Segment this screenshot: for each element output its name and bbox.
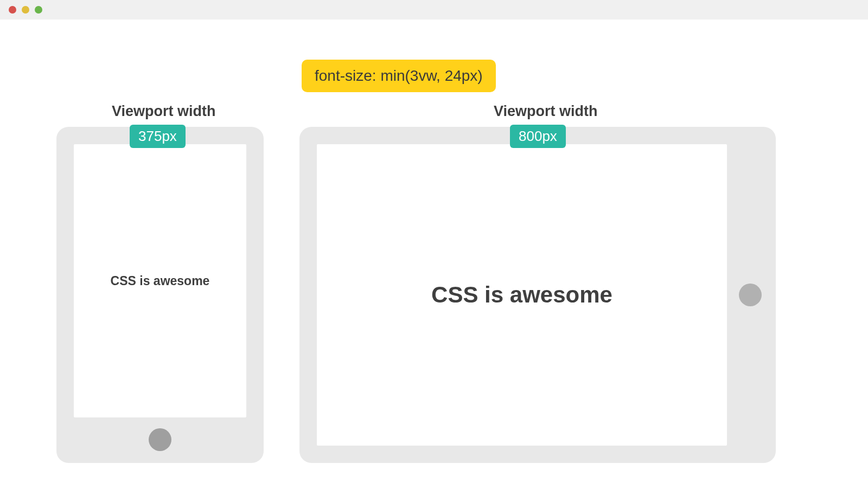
viewport-width-badge-tablet: 800px — [510, 125, 566, 148]
viewport-label-tablet: Viewport width — [494, 103, 598, 120]
phone-screen: CSS is awesome — [74, 144, 246, 417]
tablet-screen: CSS is awesome — [317, 144, 727, 446]
home-button-icon — [739, 284, 762, 306]
home-button-icon — [149, 428, 171, 451]
tablet-device: CSS is awesome — [299, 127, 776, 463]
viewport-width-badge-phone: 375px — [130, 125, 186, 148]
css-rule-chip: font-size: min(3vw, 24px) — [302, 60, 496, 92]
tablet-content-text: CSS is awesome — [431, 282, 612, 308]
content-area: font-size: min(3vw, 24px) Viewport width… — [0, 20, 868, 38]
window-titlebar — [0, 0, 868, 20]
close-icon — [9, 6, 16, 14]
viewport-label-phone: Viewport width — [112, 103, 216, 120]
maximize-icon — [35, 6, 42, 14]
phone-device: CSS is awesome — [56, 127, 264, 463]
phone-content-text: CSS is awesome — [111, 274, 210, 288]
minimize-icon — [22, 6, 29, 14]
